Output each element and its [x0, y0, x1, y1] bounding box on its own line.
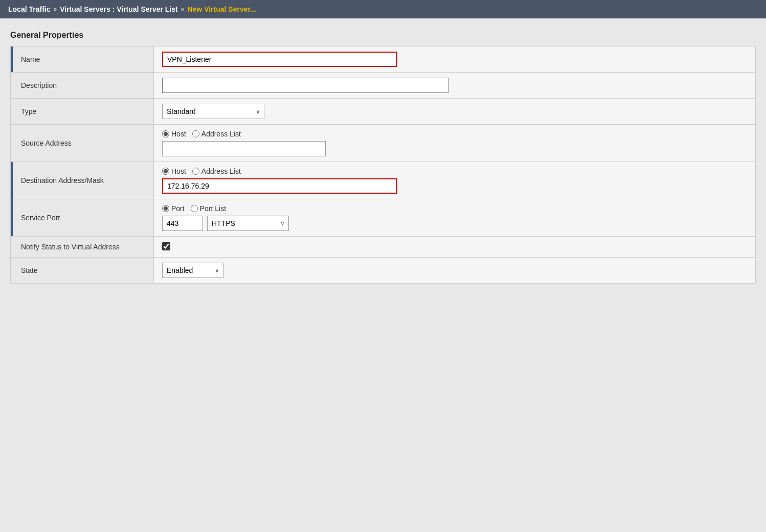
state-select-wrapper: Enabled Disabled — [162, 263, 223, 278]
type-select-wrapper: Standard Forwarding (Layer 2) Forwarding… — [162, 104, 264, 119]
state-label: State — [19, 266, 38, 274]
destination-host-radio-label[interactable]: Host — [162, 167, 186, 175]
service-port-label: Service Port — [19, 214, 60, 222]
service-select[interactable]: HTTPS HTTP FTP SSH SMTP DNS Other — [207, 216, 289, 231]
page-content: General Properties Name Description Type — [0, 18, 766, 296]
state-row: State Enabled Disabled — [11, 258, 756, 284]
description-value-cell — [154, 73, 756, 99]
source-address-label: Source Address — [19, 139, 72, 147]
description-label: Description — [19, 81, 57, 89]
notify-status-value-cell — [154, 237, 756, 258]
port-radio[interactable] — [162, 205, 169, 212]
notify-status-label: Notify Status to Virtual Address — [19, 243, 120, 251]
name-label-cell: Name — [11, 47, 154, 73]
destination-address-radio-group: Host Address List — [162, 167, 747, 175]
source-host-radio[interactable] — [162, 130, 169, 137]
type-select[interactable]: Standard Forwarding (Layer 2) Forwarding… — [162, 104, 264, 119]
description-label-cell: Description — [11, 73, 154, 99]
name-input[interactable] — [162, 52, 397, 67]
name-label: Name — [19, 55, 40, 63]
destination-host-label: Host — [171, 167, 186, 175]
general-properties-table: Name Description Type Standard — [10, 46, 756, 284]
description-row: Description — [11, 73, 756, 99]
breadcrumb-sep2: » — [181, 6, 185, 13]
service-port-radio-group: Port Port List — [162, 204, 747, 213]
state-label-cell: State — [11, 258, 154, 284]
description-input[interactable] — [162, 78, 448, 93]
type-label-cell: Type — [11, 99, 154, 125]
service-port-value-cell: Port Port List HTTPS HTTP FTP SSH — [154, 199, 756, 237]
source-host-label: Host — [171, 130, 186, 138]
port-radio-label[interactable]: Port — [162, 204, 185, 213]
state-value-cell: Enabled Disabled — [154, 258, 756, 284]
destination-addresslist-radio-label[interactable]: Address List — [192, 167, 241, 175]
source-address-radio-group: Host Address List — [162, 130, 747, 138]
type-row: Type Standard Forwarding (Layer 2) Forwa… — [11, 99, 756, 125]
notify-status-row: Notify Status to Virtual Address — [11, 237, 756, 258]
port-label: Port — [171, 204, 185, 213]
source-address-value-cell: Host Address List — [154, 125, 756, 162]
breadcrumb-bar: Local Traffic » Virtual Servers : Virtua… — [0, 0, 766, 18]
source-address-input[interactable] — [162, 141, 326, 156]
source-address-label-cell: Source Address — [11, 125, 154, 162]
source-address-row: Source Address Host Address List — [11, 125, 756, 162]
name-value-cell — [154, 47, 756, 73]
port-list-radio-label[interactable]: Port List — [191, 204, 226, 213]
service-port-label-cell: Service Port — [11, 199, 154, 237]
destination-address-label-cell: Destination Address/Mask — [11, 162, 154, 199]
port-row: HTTPS HTTP FTP SSH SMTP DNS Other — [162, 216, 747, 231]
destination-address-input[interactable] — [162, 178, 397, 194]
type-value-cell: Standard Forwarding (Layer 2) Forwarding… — [154, 99, 756, 125]
section-title: General Properties — [10, 31, 756, 40]
port-list-label: Port List — [200, 204, 226, 213]
state-select[interactable]: Enabled Disabled — [162, 263, 223, 278]
breadcrumb-part1: Local Traffic — [8, 5, 50, 13]
breadcrumb-sep1: » — [53, 6, 57, 13]
destination-address-value-cell: Host Address List — [154, 162, 756, 199]
destination-address-row: Destination Address/Mask Host Address Li… — [11, 162, 756, 199]
breadcrumb-part3: New Virtual Server... — [187, 5, 256, 13]
destination-address-label: Destination Address/Mask — [19, 176, 104, 184]
source-addresslist-radio-label[interactable]: Address List — [192, 130, 241, 138]
breadcrumb-part2: Virtual Servers : Virtual Server List — [60, 5, 178, 13]
name-row: Name — [11, 47, 756, 73]
source-host-radio-label[interactable]: Host — [162, 130, 186, 138]
destination-addresslist-radio[interactable] — [192, 168, 199, 175]
source-addresslist-label: Address List — [201, 130, 241, 138]
notify-status-label-cell: Notify Status to Virtual Address — [11, 237, 154, 258]
service-port-row: Service Port Port Port List — [11, 199, 756, 237]
type-label: Type — [19, 107, 36, 115]
service-select-wrapper: HTTPS HTTP FTP SSH SMTP DNS Other — [207, 216, 289, 231]
destination-host-radio[interactable] — [162, 168, 169, 175]
notify-status-checkbox[interactable] — [162, 242, 170, 250]
destination-addresslist-label: Address List — [201, 167, 241, 175]
source-addresslist-radio[interactable] — [192, 130, 199, 137]
port-number-input[interactable] — [162, 216, 203, 231]
port-list-radio[interactable] — [191, 205, 198, 212]
